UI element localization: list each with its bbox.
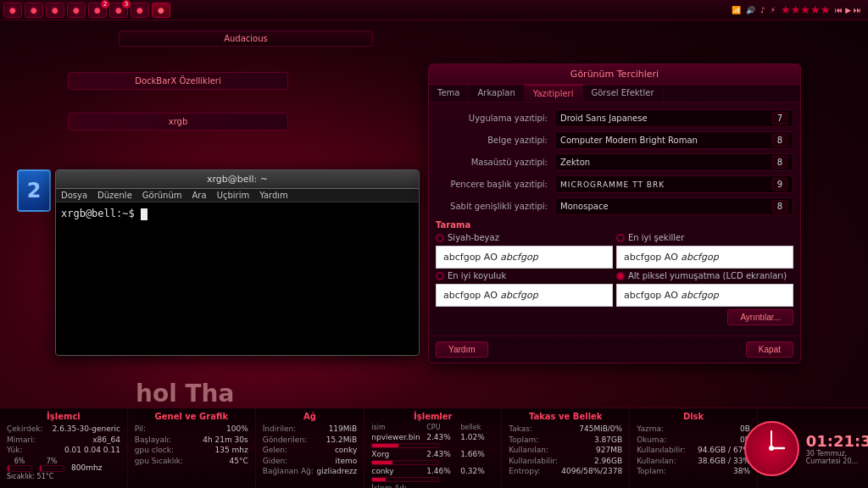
value-sabit[interactable]: Monospace 8 [554, 197, 793, 215]
details-button[interactable]: Ayrıntılar... [727, 309, 793, 325]
value-masaustu[interactable]: Zekton 8 [554, 153, 793, 171]
desktop-number-badge: 2 [17, 169, 51, 212]
pref-row-uygulama: Uygulama yazıtipi: Droid Sans Japanese 7 [436, 109, 793, 127]
process-header: isim CPU bellek [371, 424, 494, 431]
disk-kullanilabilir: Kullanılabilir: 94.6GB / 67% [637, 445, 750, 456]
taskbar-top: ● ● ● ● ● 2 ● 3 ● ● [0, 0, 868, 20]
islemci-temp: Sıcaklık: 51°C [7, 473, 120, 480]
disk-yazma: Yazma: 0B [637, 424, 750, 435]
radio-dot-1 [436, 234, 444, 242]
tarama-row1: Siyah-beyaz abcfgop AO abcfgop En iyi şe… [436, 233, 793, 269]
tarama-col4: Alt piksel yumuşatma (LCD ekranları) abc… [616, 271, 793, 307]
disk-toplam: Toplam: 38% [637, 466, 750, 477]
grafik-gpuclock: gpu clock: 135 mhz [135, 445, 248, 456]
help-button[interactable]: Yardım [436, 341, 488, 358]
label-uygulama: Uygulama yazıtipi: [436, 114, 554, 123]
preview-box-3: abcfgop AO abcfgop [436, 284, 613, 307]
value-belge[interactable]: Computer Modern Bright Roman 8 [554, 131, 793, 149]
value-pencere[interactable]: MICROGRAMME TT BRK 9 [554, 175, 793, 193]
radio-group-1: Siyah-beyaz [436, 233, 613, 242]
clock-time: 01:21:38 [806, 432, 868, 450]
radio-group-4: Alt piksel yumuşatma (LCD ekranları) [616, 271, 793, 280]
media-controls: ⏮ ▶ ⏭ [835, 6, 861, 14]
process-row-1: npviewer.bin 2.43% 1.02% [371, 433, 494, 441]
taskbar-btn-8[interactable]: ● [152, 3, 170, 18]
taskbar-btn-7[interactable]: ● [131, 3, 149, 18]
tarama-col1: Siyah-beyaz abcfgop AO abcfgop [436, 233, 613, 269]
menu-duzenle[interactable]: Düzenle [97, 191, 132, 200]
dialog-title: Görünüm Tercihleri [570, 69, 659, 80]
ag-giden: Giden: itemo [263, 456, 358, 467]
preview-text-3b: abcfgop [500, 290, 537, 301]
section-islemci: İşlemci Çekirdek: 2.6.35-30-generic Mima… [0, 408, 128, 488]
tab-arkaplan[interactable]: Arkaplan [469, 85, 524, 102]
details-row: Ayrıntılar... [436, 309, 793, 325]
tarama-col2: En iyi şekiller abcfgop AO abcfgop [616, 233, 793, 269]
ag-title: Ağ [263, 412, 358, 421]
terminal-prompt: xrgb@bell:~$ [61, 208, 135, 219]
section-disk: Disk Yazma: 0B Okuma: 0B Kullanılabilir:… [630, 408, 758, 488]
taskbar-bottom-inner: İşlemci Çekirdek: 2.6.35-30-generic Mima… [0, 408, 868, 488]
clock-section: 01:21:38 30 Temmuz, Cumartesi 20... [758, 408, 868, 488]
pref-row-pencere: Pencere başlık yazıtipi: MICROGRAMME TT … [436, 175, 793, 193]
terminal-window[interactable]: xrgb@bell: ~ Dosya Düzenle Görünüm Ara U… [55, 169, 420, 356]
taskbar-bottom: İşlemci Çekirdek: 2.6.35-30-generic Mima… [0, 408, 868, 488]
menu-ara[interactable]: Ara [192, 191, 207, 200]
section-ag: Ağ İndirilen: 119MiB Gönderilen: 15.2MiB… [256, 408, 365, 488]
terminal-titlebar: xrgb@bell: ~ [56, 170, 419, 189]
ag-indirilen: İndirilen: 119MiB [263, 424, 358, 435]
value-uygulama[interactable]: Droid Sans Japanese 7 [554, 109, 793, 127]
islemci-freq: 800mhz [71, 463, 102, 472]
pref-row-sabit: Sabit genişlikli yazıtipi: Monospace 8 [436, 197, 793, 215]
preview-box-4: abcfgop AO abcfgop [616, 284, 793, 307]
radio-en-iyi-sekiller[interactable]: En iyi şekiller [616, 233, 684, 242]
radio-alt-piksel[interactable]: Alt piksel yumuşatma (LCD ekranları) [616, 271, 787, 280]
taskbar-btn-6[interactable]: ● 3 [109, 3, 128, 18]
audacious-bar[interactable]: Audacious [119, 30, 373, 47]
tab-tema[interactable]: Tema [429, 85, 469, 102]
taskbar-left-buttons: ● ● ● ● ● 2 ● 3 ● ● [0, 3, 174, 18]
islemci-yuk: Yük: 0.01 0.04 0.11 [7, 445, 120, 456]
clock-face [746, 423, 798, 474]
taskbar-btn-1[interactable]: ● [3, 3, 22, 18]
taskbar-btn-2[interactable]: ● [25, 3, 43, 18]
preview-text-2b: abcfgop [681, 252, 718, 263]
taskbar-btn-4[interactable]: ● [67, 3, 86, 18]
label-masaustu: Masaüstü yazıtipi: [436, 158, 554, 167]
radio-en-iyi-koyuluk[interactable]: En iyi koyuluk [436, 271, 506, 280]
label-pencere: Pencere başlık yazıtipi: [436, 180, 554, 189]
mini-bar-1 [7, 465, 32, 472]
preview-text-1b: abcfgop [500, 252, 537, 263]
close-button[interactable]: Kapat [746, 341, 793, 358]
pref-row-masaustu: Masaüstü yazıtipi: Zekton 8 [436, 153, 793, 171]
radio-dot-4 [616, 272, 625, 280]
bellek-kullanilan: Kullanılan: 927MB [509, 445, 622, 456]
tab-yazitipleri[interactable]: Yazıtipleri [525, 85, 583, 102]
radio-siyah-beyaz[interactable]: Siyah-beyaz [436, 233, 499, 242]
terminal-body[interactable]: xrgb@bell:~$ [56, 202, 419, 345]
bellek-toplam: Toplam: 3.87GB [509, 435, 622, 446]
menu-yardim[interactable]: Yardım [259, 191, 288, 200]
menu-dosya[interactable]: Dosya [61, 191, 87, 200]
dialog-tabs: Tema Arkaplan Yazıtipleri Görsel Efektle… [429, 85, 800, 103]
dockbarx-label[interactable]: DockBarX Özellikleri [68, 72, 288, 90]
bellek-title: Takas ve Bellek [509, 412, 622, 421]
clock-date: 30 Temmuz, Cumartesi 20... [806, 450, 868, 465]
network-icon: 📶 [732, 6, 741, 14]
radio-dot-2 [616, 234, 625, 242]
tab-gorsel[interactable]: Görsel Efektler [583, 85, 664, 102]
dialog-titlebar: Görünüm Tercihleri [429, 64, 800, 85]
taskbar-btn-5[interactable]: ● 2 [88, 3, 107, 18]
ag-gelen: Gelen: conky [263, 445, 358, 456]
section-bellek: Takas ve Bellek Takas: 745MiB/0% Toplam:… [502, 408, 630, 488]
menu-ucbirim[interactable]: Uçbirim [217, 191, 250, 200]
label-belge: Belge yazıtipi: [436, 136, 554, 145]
appearance-dialog: Görünüm Tercihleri Tema Arkaplan Yazıtip… [428, 64, 801, 363]
grafik-title: Genel ve Grafik [135, 412, 248, 421]
islemci-title: İşlemci [7, 412, 120, 421]
menu-gorunum[interactable]: Görünüm [142, 191, 182, 200]
process-bar-2 [371, 460, 494, 465]
xrgb-label[interactable]: xrgb [68, 113, 288, 130]
taskbar-btn-3[interactable]: ● [46, 3, 64, 18]
process-row-2: Xorg 2.43% 1.66% [371, 450, 494, 458]
